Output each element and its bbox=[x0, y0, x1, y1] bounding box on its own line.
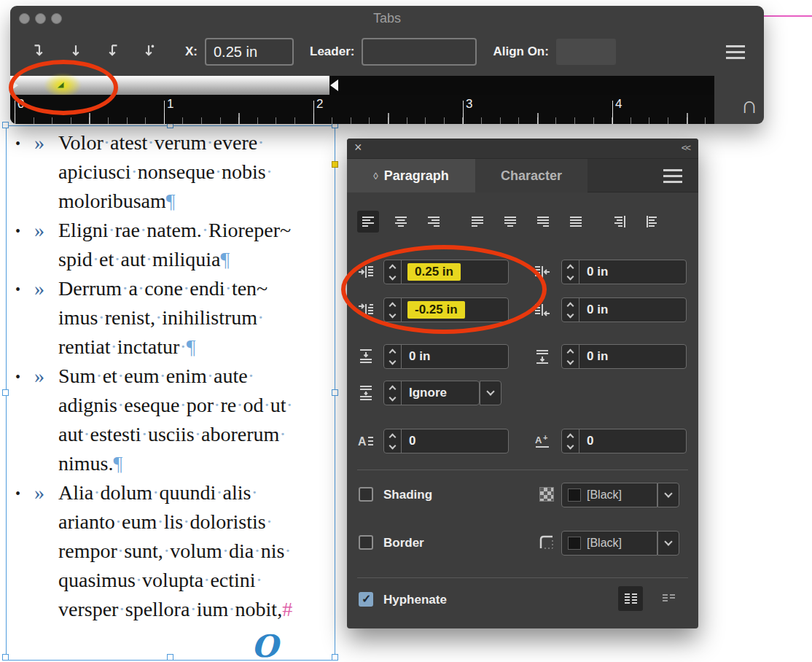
space-between-dropdown-button[interactable] bbox=[480, 381, 501, 405]
stepper-up-icon[interactable] bbox=[567, 348, 574, 356]
right-indent-value[interactable]: 0 in bbox=[587, 265, 608, 279]
stepper-down-icon[interactable] bbox=[567, 442, 574, 449]
space-after-value[interactable]: 0 in bbox=[587, 349, 608, 364]
stepper-down-icon[interactable] bbox=[567, 357, 574, 365]
space-after-stepper[interactable] bbox=[562, 345, 579, 368]
align-away-from-spine-button[interactable] bbox=[641, 211, 663, 233]
left-justified-tab-icon[interactable] bbox=[29, 42, 50, 62]
frame-handle-bottom-right[interactable] bbox=[332, 654, 338, 661]
stepper-up-icon[interactable] bbox=[567, 302, 574, 309]
hyphenate-label: Hyphenate bbox=[383, 593, 447, 607]
first-line-indent-field[interactable]: -0.25 in bbox=[383, 297, 509, 322]
tab-character[interactable]: Character bbox=[475, 159, 587, 192]
border-color-well[interactable]: [Black] bbox=[561, 531, 657, 556]
shading-checkbox[interactable] bbox=[359, 487, 373, 502]
justify-last-center-button[interactable] bbox=[499, 211, 521, 233]
hyphenate-checkbox[interactable] bbox=[359, 592, 373, 607]
stepper-down-icon[interactable] bbox=[389, 357, 397, 365]
last-line-right-indent-field[interactable]: 0 in bbox=[561, 297, 687, 322]
stepper-down-icon[interactable] bbox=[389, 394, 397, 401]
drop-cap-characters-stepper[interactable] bbox=[562, 429, 579, 453]
first-line-indent-value[interactable]: -0.25 in bbox=[407, 301, 465, 319]
left-indent-value[interactable]: 0.25 in bbox=[407, 263, 461, 281]
stepper-down-icon[interactable] bbox=[567, 311, 574, 318]
overset-text-glyph: O bbox=[251, 628, 278, 662]
stepper-up-icon[interactable] bbox=[389, 348, 397, 356]
last-line-right-indent-stepper[interactable] bbox=[562, 298, 579, 322]
snap-magnet-icon[interactable]: ∩ bbox=[735, 89, 764, 121]
panel-menu-icon[interactable] bbox=[663, 175, 682, 177]
x-position-input[interactable] bbox=[205, 38, 294, 66]
tab-marker-icon[interactable] bbox=[55, 79, 66, 90]
drop-cap-characters-field[interactable]: 0 bbox=[561, 429, 687, 453]
tab-ruler-strip[interactable] bbox=[10, 76, 714, 95]
frame-handle-bottom-left[interactable] bbox=[2, 654, 9, 661]
close-icon[interactable]: × bbox=[354, 140, 362, 155]
first-line-indent-stepper[interactable] bbox=[384, 298, 402, 322]
indent-marker-icon[interactable] bbox=[11, 80, 18, 90]
left-indent-stepper[interactable] bbox=[384, 260, 402, 284]
frame-handle-mid-left[interactable] bbox=[2, 389, 9, 396]
stepper-up-icon[interactable] bbox=[389, 385, 397, 392]
corner-radius-handle[interactable] bbox=[332, 161, 338, 168]
align-center-button[interactable] bbox=[390, 211, 412, 233]
space-between-same-style-icon bbox=[357, 384, 375, 402]
frame-handle-mid-right[interactable] bbox=[332, 389, 338, 396]
stepper-down-icon[interactable] bbox=[389, 442, 397, 449]
justify-last-right-button[interactable] bbox=[532, 211, 554, 233]
right-justified-tab-icon[interactable] bbox=[102, 42, 122, 62]
center-justified-tab-icon[interactable] bbox=[66, 42, 86, 62]
space-before-value[interactable]: 0 in bbox=[409, 349, 430, 364]
stepper-up-icon[interactable] bbox=[567, 264, 574, 271]
span-columns-button[interactable] bbox=[618, 586, 643, 611]
space-before-stepper[interactable] bbox=[384, 345, 402, 368]
leader-input[interactable] bbox=[362, 38, 477, 66]
tab-paragraph[interactable]: ◊ Paragraph bbox=[347, 159, 475, 192]
drop-cap-lines-field[interactable]: 0 bbox=[383, 429, 509, 453]
align-toward-spine-button[interactable] bbox=[609, 211, 631, 233]
tabs-menu-icon[interactable] bbox=[726, 51, 745, 53]
split-columns-button[interactable] bbox=[656, 586, 681, 611]
left-indent-field[interactable]: 0.25 in bbox=[383, 260, 509, 284]
right-indent-marker-icon[interactable] bbox=[330, 79, 338, 91]
align-right-button[interactable] bbox=[423, 211, 445, 233]
stepper-up-icon[interactable] bbox=[389, 264, 397, 271]
space-between-style-field[interactable]: Ignore bbox=[383, 381, 480, 405]
justify-all-button[interactable] bbox=[565, 211, 587, 233]
stepper-up-icon[interactable] bbox=[567, 433, 574, 440]
right-indent-stepper[interactable] bbox=[562, 260, 579, 284]
drop-cap-characters-value[interactable]: 0 bbox=[587, 434, 593, 448]
border-checkbox[interactable] bbox=[359, 535, 373, 550]
panel-cycle-icon[interactable]: ◊ bbox=[373, 171, 378, 182]
stepper-down-icon[interactable] bbox=[389, 311, 397, 318]
right-indent-field[interactable]: 0 in bbox=[561, 260, 687, 284]
shading-color-well[interactable]: [Black] bbox=[561, 483, 657, 507]
decimal-tab-icon[interactable] bbox=[138, 42, 159, 62]
tabs-toolbar: X: Leader: Align On: bbox=[10, 34, 764, 70]
leader-label: Leader: bbox=[310, 44, 354, 59]
align-on-input[interactable] bbox=[556, 39, 616, 65]
stepper-down-icon[interactable] bbox=[389, 273, 397, 280]
border-color-dropdown-button[interactable] bbox=[657, 531, 679, 556]
stepper-up-icon[interactable] bbox=[389, 433, 397, 440]
ruler-outside-frame-area bbox=[329, 76, 714, 95]
space-before-field[interactable]: 0 in bbox=[383, 344, 509, 369]
space-between-stepper[interactable] bbox=[384, 381, 402, 405]
frame-handle-top-left[interactable] bbox=[2, 122, 9, 128]
align-left-button[interactable] bbox=[357, 211, 379, 233]
border-style-icon[interactable] bbox=[538, 534, 555, 551]
space-after-field[interactable]: 0 in bbox=[561, 344, 687, 369]
text-frame[interactable] bbox=[6, 125, 335, 661]
drop-cap-lines-value[interactable]: 0 bbox=[409, 434, 415, 448]
justify-last-left-button[interactable] bbox=[466, 211, 488, 233]
frame-handle-bottom-mid[interactable] bbox=[167, 654, 173, 661]
stepper-up-icon[interactable] bbox=[389, 302, 397, 309]
last-line-right-indent-value[interactable]: 0 in bbox=[587, 303, 608, 317]
stepper-down-icon[interactable] bbox=[567, 273, 574, 280]
collapse-panel-icon[interactable]: << bbox=[682, 142, 690, 153]
space-between-style-value[interactable]: Ignore bbox=[409, 386, 447, 400]
shading-swatch-grid-icon[interactable] bbox=[539, 487, 554, 502]
shading-color-dropdown-button[interactable] bbox=[657, 483, 679, 507]
window-titlebar[interactable]: Tabs bbox=[10, 6, 764, 31]
drop-cap-lines-stepper[interactable] bbox=[384, 429, 402, 453]
